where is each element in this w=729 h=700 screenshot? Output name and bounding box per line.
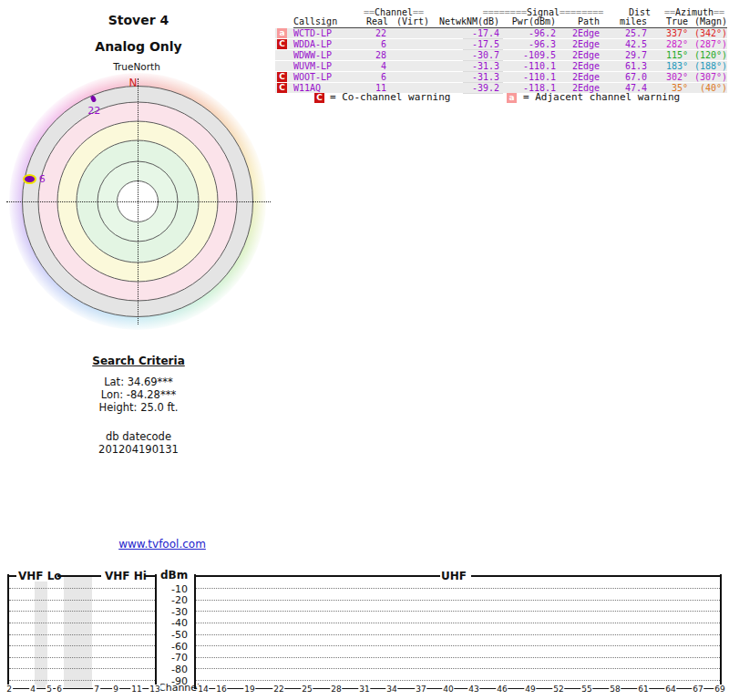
cell-path: 2Edge [556,28,600,39]
cell-pwr: -96.3 [499,39,556,50]
channel-tick-55: 55 [580,685,592,694]
channel-tick-37: 37 [415,685,426,694]
cell-netwk [439,28,467,39]
cell-miles: 42.5 [600,39,647,50]
cell-real: 4 [366,61,386,72]
vhf-left-border [7,574,9,689]
uhf-right-border [720,574,722,689]
cell-real: 28 [366,50,386,61]
dbm-axis-title: dBm [160,569,188,582]
cell-pwr: -110.1 [499,72,556,83]
channel-tick-64: 64 [664,685,676,694]
cell-magn: (342°) [688,28,727,39]
compass-marker-label-22: 22 [87,105,100,117]
vhf-lo-label: VHF Lo [18,570,62,582]
cell-pwr: -110.1 [499,61,556,72]
dbm-tick--40: -40 [160,617,188,629]
uhf-gridline--30 [196,611,720,612]
uhf-top-border-a [194,575,440,577]
col-miles: miles [600,16,647,27]
channel-tick-49: 49 [524,685,536,694]
dbm-tick--90: -90 [160,675,188,687]
compass-marker-channel-6 [23,174,36,184]
cell-magn: (287°) [688,39,727,50]
tvfool-report: Stover 4 Analog Only TrueNorth N 226 ==C… [0,0,729,700]
cell-nm: -30.7 [467,50,499,61]
co-channel-legend: = Co-channel warning [330,92,450,103]
channel-tick-69: 69 [714,685,725,694]
table-row: WCTD-LP22-17.4-96.22Edge25.7337°(342°) [293,28,727,39]
channel-tick-9: 9 [112,685,119,694]
col-callsign: Callsign [293,16,366,27]
channel-tick-67: 67 [692,685,703,694]
dbm-tick--20: -20 [160,594,188,606]
cell-netwk [439,50,467,61]
table-row: WOOT-LP6-31.3-110.12Edge67.0302°(307°) [293,72,727,83]
channel-tick-7: 7 [93,685,100,694]
channel-tick-5: 5 [46,685,53,694]
cell-netwk [439,39,467,50]
uhf-gridline--40 [196,623,720,623]
cell-callsign: WUVM-LP [293,61,366,72]
co-channel-warning-badge: C [277,72,287,82]
channel-tick-13: 13 [149,685,160,694]
col-real: Real [366,16,386,27]
db-datecode-label: db datecode [106,430,171,443]
col-virt: (Virt) [386,16,439,27]
crosshair-horizontal [6,201,271,202]
longitude-value: Lon: -84.28*** [101,388,176,401]
uhf-gridline--70 [196,657,720,658]
vhf-hi-label: VHF Hi [105,570,147,582]
tvfool-link[interactable]: www.tvfool.com [118,538,206,551]
cell-miles: 25.7 [600,28,647,39]
cell-path: 2Edge [556,50,600,61]
channel-tick-11: 11 [130,685,142,694]
dbm-tick--50: -50 [160,629,188,641]
col-pwr: Pwr(dBm) [499,16,556,27]
cell-pwr: -96.2 [499,28,556,39]
cell-nm: -31.3 [467,61,499,72]
cell-virt [386,72,439,83]
channel-tick-58: 58 [609,685,621,694]
cell-magn: (40°) [688,83,727,94]
search-criteria-title: Search Criteria [92,355,184,367]
cell-callsign: WDDA-LP [293,39,366,50]
uhf-gridline--20 [196,600,720,601]
cell-pwr: -109.5 [499,50,556,61]
cell-callsign: WOOT-LP [293,72,366,83]
dbm-tick--70: -70 [160,652,188,664]
dbm-tick--10: -10 [160,583,188,595]
cell-path: 2Edge [556,72,600,83]
cell-nm: -17.4 [467,28,499,39]
co-channel-badge: C [314,93,324,103]
vhf-gridline--30 [9,611,155,612]
spectrum-gap-band-2 [64,577,92,688]
col-netwk: Netwk [439,16,467,27]
column-header-row: Callsign Real (Virt) Netwk NM(dB) Pwr(dB… [293,16,727,28]
channel-tick-19: 19 [243,685,255,694]
cell-virt [386,39,439,50]
cell-callsign: WDWW-LP [293,50,366,61]
channel-tick-25: 25 [301,685,313,694]
vhf-top-border-c [144,575,155,577]
channel-tick-46: 46 [496,685,508,694]
vhf-gridline--40 [9,623,155,623]
cell-magn: (120°) [688,50,727,61]
co-channel-warning-badge: C [277,39,287,49]
cell-nm: -17.5 [467,39,499,50]
cell-netwk [439,72,467,83]
channel-tick-61: 61 [637,685,649,694]
cell-real: 6 [366,72,386,83]
vhf-gridline--70 [9,657,155,658]
cell-magn: (307°) [688,72,727,83]
channel-tick-16: 16 [215,685,227,694]
channel-tick-31: 31 [358,685,370,694]
table-row: WDWW-LP28-30.7-109.52Edge29.7115°(120°) [293,50,727,61]
cell-true: 302° [647,72,688,83]
adjacent-channel-legend: = Adjacent channel warning [523,92,680,103]
co-channel-warning-badge: C [277,83,287,93]
uhf-left-border [194,574,196,689]
uhf-gridline--10 [196,588,720,589]
col-true: True [647,16,688,27]
table-row: WDDA-LP6-17.5-96.32Edge42.5282°(287°) [293,39,727,50]
